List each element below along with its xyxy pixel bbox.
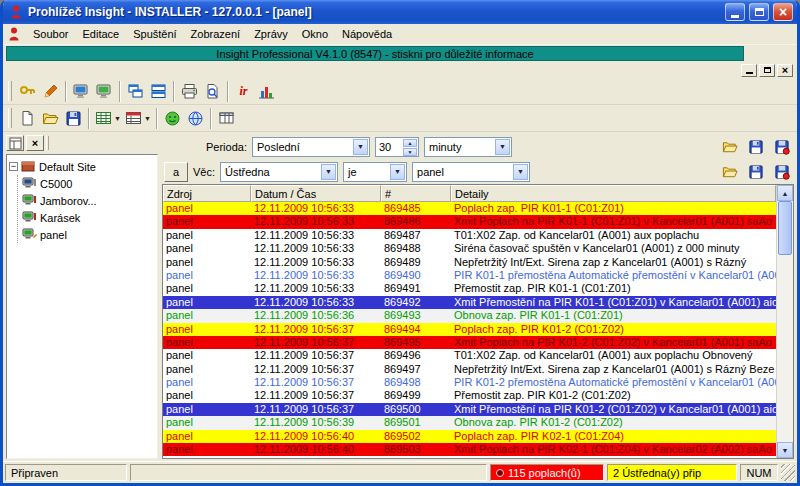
- table-row[interactable]: panel12.11.2009 10:56:37869499Přemostit …: [163, 389, 776, 402]
- tile-windows-button[interactable]: [147, 80, 170, 103]
- spin-down-icon[interactable]: ▼: [403, 148, 417, 156]
- child-system-icon[interactable]: [6, 26, 22, 42]
- load-filter-button[interactable]: [719, 136, 740, 157]
- column-header-datum[interactable]: Datum / Čas: [251, 185, 381, 202]
- column-header-number[interactable]: #: [381, 185, 451, 202]
- menu-item-spusteni[interactable]: Spuštění: [126, 25, 183, 43]
- table-row[interactable]: panel12.11.2009 10:56:37869496T01:X02 Za…: [163, 349, 776, 362]
- table-row[interactable]: panel12.11.2009 10:56:33869487T01:X02 Za…: [163, 229, 776, 242]
- tree-item-panel[interactable]: panel: [22, 226, 155, 243]
- save-button[interactable]: [62, 107, 85, 130]
- menu-item-editace[interactable]: Editace: [75, 25, 126, 43]
- table-row[interactable]: panel12.11.2009 10:56:36869493Obnova zap…: [163, 309, 776, 322]
- panel-monitor-button[interactable]: [93, 80, 116, 103]
- table-row[interactable]: panel12.11.2009 10:56:33869492Xmit Přemo…: [163, 296, 776, 309]
- table-row[interactable]: panel12.11.2009 10:56:33869489Nepřetržit…: [163, 256, 776, 269]
- save-filter-button[interactable]: [745, 136, 766, 157]
- printer-icon: [181, 83, 198, 100]
- save-report-button[interactable]: [771, 136, 792, 157]
- toolbar-grip[interactable]: [8, 108, 12, 128]
- table-row[interactable]: panel12.11.2009 10:56:37869498PIR K01-2 …: [163, 376, 776, 389]
- and-button[interactable]: a: [164, 162, 188, 182]
- minimize-button[interactable]: [725, 3, 745, 21]
- chevron-down-icon[interactable]: [353, 139, 368, 155]
- table-row[interactable]: panel12.11.2009 10:56:37869500Xmit Přemo…: [163, 403, 776, 416]
- menu-item-napoveda[interactable]: Nápověda: [335, 25, 399, 43]
- mdi-restore-button[interactable]: [759, 64, 775, 77]
- title-bar[interactable]: Prohlížeč Insight - INSTALLER - 127.0.0.…: [3, 0, 797, 24]
- table-row[interactable]: panel12.11.2009 10:56:33869491Přemostit …: [163, 282, 776, 295]
- table-row[interactable]: panel12.11.2009 10:56:37869495Xmit Popla…: [163, 336, 776, 349]
- info-banner[interactable]: Insight Professional V4.1.0 (8547) - sti…: [6, 46, 744, 61]
- close-pane-button[interactable]: [26, 135, 44, 151]
- close-button[interactable]: [773, 3, 793, 21]
- subject-combo[interactable]: Ústředna: [220, 162, 338, 182]
- table-row[interactable]: panel12.11.2009 10:56:40869503Xmit Popla…: [163, 443, 776, 456]
- scroll-down-icon[interactable]: ▼: [777, 442, 793, 458]
- alarm-count-badge[interactable]: 115 poplach(ů): [490, 464, 604, 481]
- table-row[interactable]: panel12.11.2009 10:56:37869494Poplach za…: [163, 323, 776, 336]
- table-row[interactable]: panel12.11.2009 10:56:33869490PIR K01-1 …: [163, 269, 776, 282]
- table-row[interactable]: panel12.11.2009 10:56:33869486Xmit Popla…: [163, 215, 776, 228]
- export-condition-button[interactable]: [771, 161, 792, 182]
- chevron-down-icon[interactable]: [390, 164, 405, 180]
- spin-up-icon[interactable]: ▲: [403, 139, 417, 147]
- operator-combo[interactable]: je: [343, 162, 407, 182]
- column-header-zdroj[interactable]: Zdroj: [163, 185, 251, 202]
- chevron-down-icon[interactable]: [513, 164, 528, 180]
- toolbar-grip[interactable]: [8, 81, 12, 101]
- tree-item-c5000[interactable]: C5000: [22, 175, 155, 192]
- tree-item-root[interactable]: Default Site: [9, 158, 155, 175]
- menu-item-zpravy[interactable]: Zprávy: [247, 25, 295, 43]
- table-row[interactable]: panel12.11.2009 10:56:33869488Siréna čas…: [163, 242, 776, 255]
- table-row[interactable]: panel12.11.2009 10:56:33869485Poplach za…: [163, 202, 776, 215]
- mdi-minimize-button[interactable]: [741, 64, 757, 77]
- scroll-up-icon[interactable]: ▲: [777, 185, 793, 201]
- central-count-badge[interactable]: 2 Ústředna(y) přip: [607, 464, 737, 481]
- status-ok-button[interactable]: [161, 107, 184, 130]
- menu-item-zobrazeni[interactable]: Zobrazení: [184, 25, 248, 43]
- table-view-button[interactable]: [93, 107, 123, 130]
- cell-det: Nepřetržitý Int/Ext. Sirena zap z Kancel…: [451, 363, 776, 376]
- tree-toggle-button[interactable]: [6, 135, 24, 151]
- column-header-detaily[interactable]: Detaily: [451, 185, 776, 202]
- operator-button[interactable]: [16, 80, 39, 103]
- chart-button[interactable]: [255, 80, 278, 103]
- mdi-close-button[interactable]: [777, 64, 793, 77]
- scroll-thumb[interactable]: [778, 201, 792, 255]
- resize-grip[interactable]: [781, 464, 795, 481]
- chevron-down-icon[interactable]: [321, 164, 336, 180]
- cell-num: 869488: [381, 242, 451, 255]
- table-row[interactable]: panel12.11.2009 10:56:40869502Poplach za…: [163, 430, 776, 443]
- columns-button[interactable]: [215, 107, 238, 130]
- maximize-button[interactable]: [749, 3, 769, 21]
- new-button[interactable]: [16, 107, 39, 130]
- pane-grip[interactable]: [46, 136, 49, 150]
- period-type-combo[interactable]: Poslední: [252, 137, 370, 157]
- central-monitor-button[interactable]: [70, 80, 93, 103]
- target-combo[interactable]: panel: [412, 162, 530, 182]
- period-unit-combo[interactable]: minuty: [424, 137, 512, 157]
- period-count-spinner[interactable]: 30 ▲▼: [375, 137, 419, 157]
- tree-item-karasek[interactable]: Karásek: [22, 209, 155, 226]
- save-condition-button[interactable]: [745, 161, 766, 182]
- tree-item-jamborov[interactable]: Jamborov...: [22, 192, 155, 209]
- monitor-blue-icon: [73, 83, 90, 100]
- chevron-down-icon[interactable]: [495, 139, 510, 155]
- scroll-track[interactable]: [777, 201, 793, 442]
- vertical-scrollbar[interactable]: ▲ ▼: [776, 185, 793, 458]
- connection-button[interactable]: [184, 107, 207, 130]
- form-view-button[interactable]: [123, 107, 153, 130]
- table-row[interactable]: panel12.11.2009 10:56:39869501Obnova zap…: [163, 416, 776, 429]
- ir-report-button[interactable]: [232, 80, 255, 103]
- print-button[interactable]: [178, 80, 201, 103]
- open-button[interactable]: [39, 107, 62, 130]
- edit-button[interactable]: [39, 80, 62, 103]
- menu-item-okno[interactable]: Okno: [295, 25, 335, 43]
- table-row[interactable]: panel12.11.2009 10:56:37869497Nepřetržit…: [163, 363, 776, 376]
- load-condition-button[interactable]: [719, 161, 740, 182]
- print-preview-button[interactable]: [201, 80, 224, 103]
- menu-item-soubor[interactable]: Soubor: [26, 25, 75, 43]
- cascade-windows-button[interactable]: [124, 80, 147, 103]
- collapse-icon[interactable]: [9, 162, 18, 171]
